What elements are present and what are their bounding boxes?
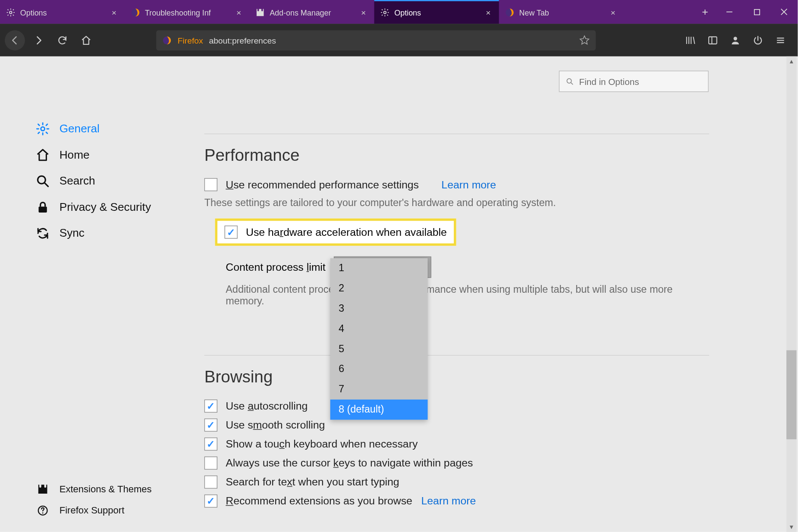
checkbox-icon[interactable] (204, 400, 217, 413)
dropdown-option[interactable]: 4 (330, 319, 428, 339)
url-product: Firefox (178, 35, 203, 45)
select-label: Content process limit (226, 261, 325, 273)
sidebar-item-general[interactable]: General (0, 116, 196, 142)
ff-icon (131, 8, 140, 17)
browsing-checkbox-row[interactable]: Use smooth scrolling (204, 419, 709, 432)
library-button[interactable] (680, 30, 701, 50)
browsing-checkbox-row[interactable]: Always use the cursor keys to navigate w… (204, 457, 709, 469)
svg-point-21 (567, 78, 571, 83)
sidebar-toggle-button[interactable] (703, 30, 723, 50)
tab-options[interactable]: Options× (0, 0, 125, 24)
close-tab-icon[interactable]: × (608, 8, 618, 17)
sidebar-item-search[interactable]: Search (0, 168, 196, 194)
sidebar-item-label: Search (60, 175, 95, 188)
checkbox-icon[interactable] (204, 494, 217, 507)
close-tab-icon[interactable]: × (359, 8, 368, 17)
search-placeholder: Find in Options (579, 76, 639, 86)
dropdown-option[interactable]: 3 (330, 299, 428, 319)
sidebar-item-sync[interactable]: Sync (0, 220, 196, 247)
helptext: These settings are tailored to your comp… (204, 197, 709, 209)
dropdown-option[interactable]: 2 (330, 279, 428, 299)
browsing-checkbox-row[interactable]: Search for text when you start typing (204, 476, 709, 488)
hamburger-menu-button[interactable] (770, 30, 791, 50)
tab-troubleshooting-inf[interactable]: Troubleshooting Inf× (125, 0, 249, 24)
browsing-checkbox-row[interactable]: Show a touch keyboard when necessary (204, 438, 709, 451)
close-tab-icon[interactable]: × (234, 8, 244, 17)
puzzle-icon (255, 8, 265, 17)
sidebar-item-label: Extensions & Themes (60, 484, 152, 494)
checkbox-label: Recommend extensions as you browse Learn… (226, 495, 476, 507)
power-button[interactable] (748, 30, 768, 50)
browsing-checkbox-row[interactable]: Recommend extensions as you browse Learn… (204, 494, 709, 507)
back-button[interactable] (5, 30, 25, 50)
sidebar-item-extensions[interactable]: Extensions & Themes (0, 479, 152, 500)
reload-button[interactable] (52, 30, 72, 50)
dropdown-option[interactable]: 7 (330, 379, 428, 400)
content-process-limit-dropdown[interactable]: 12345678 (default) (330, 258, 428, 420)
scroll-up-icon[interactable]: ▲ (786, 56, 796, 66)
tab-label: Troubleshooting Inf (145, 8, 229, 17)
tab-label: Options (394, 8, 479, 17)
section-performance: Performance Use recommended performance … (204, 134, 709, 307)
account-button[interactable] (725, 30, 745, 50)
checkbox-icon[interactable] (204, 178, 217, 191)
recommended-settings-row[interactable]: Use recommended performance settings Lea… (204, 178, 709, 191)
sidebar-item-label: Home (60, 148, 90, 161)
home-button[interactable] (76, 30, 96, 50)
scroll-down-icon[interactable]: ▼ (786, 522, 796, 532)
search-icon (566, 77, 575, 86)
help-icon (36, 504, 50, 518)
tabstrip: Options×Troubleshooting Inf×Add-ons Mana… (0, 0, 694, 24)
forward-button[interactable] (28, 30, 49, 50)
learn-more-link[interactable]: Learn more (441, 178, 496, 191)
svg-line-17 (44, 183, 48, 186)
hw-accel-row[interactable]: Use hardware acceleration when available (215, 219, 456, 246)
bookmark-star-icon[interactable] (579, 35, 590, 46)
section-browsing: Browsing Use autoscrollingUse smooth scr… (204, 355, 709, 507)
tab-add-ons-manager[interactable]: Add-ons Manager× (249, 0, 374, 24)
close-tab-icon[interactable]: × (484, 8, 493, 17)
checkbox-icon[interactable] (204, 419, 217, 432)
close-window-button[interactable] (770, 0, 798, 24)
checkbox-label: Use hardware acceleration when available (246, 226, 447, 238)
sidebar-item-label: Firefox Support (60, 505, 125, 516)
sidebar-item-home[interactable]: Home (0, 142, 196, 168)
main-pane: Find in Options Performance Use recommen… (196, 56, 798, 532)
titlebar: Options×Troubleshooting Inf×Add-ons Mana… (0, 0, 798, 24)
checkbox-label: Search for text when you start typing (226, 476, 399, 488)
new-tab-button[interactable]: + (694, 0, 716, 24)
dropdown-option[interactable]: 6 (330, 359, 428, 379)
maximize-button[interactable] (743, 0, 770, 24)
tab-new-tab[interactable]: New Tab× (499, 0, 624, 24)
tab-label: New Tab (519, 8, 603, 17)
url-text: about:preferences (209, 35, 573, 45)
checkbox-icon[interactable] (204, 438, 217, 451)
home-icon (36, 148, 50, 162)
gear-icon (380, 8, 390, 17)
checkbox-label: Use autoscrolling (226, 400, 308, 412)
checkbox-icon[interactable] (204, 476, 217, 488)
section-heading: Performance (204, 146, 709, 165)
dropdown-option[interactable]: 8 (default) (330, 400, 428, 420)
tab-options[interactable]: Options× (374, 0, 499, 24)
checkbox-label: Show a touch keyboard when necessary (226, 438, 418, 451)
browsing-checkbox-row[interactable]: Use autoscrolling (204, 400, 709, 413)
close-tab-icon[interactable]: × (109, 8, 119, 17)
sidebar-item-privacy[interactable]: Privacy & Security (0, 194, 196, 220)
dropdown-option[interactable]: 5 (330, 339, 428, 359)
url-bar[interactable]: Firefox about:preferences (156, 30, 596, 50)
svg-point-2 (384, 11, 386, 14)
dropdown-option[interactable]: 1 (330, 258, 428, 279)
minimize-button[interactable] (716, 0, 743, 24)
checkbox-icon[interactable] (225, 225, 238, 238)
gear-icon (36, 122, 50, 136)
scrollbar-track[interactable] (786, 56, 796, 532)
learn-more-link[interactable]: Learn more (421, 495, 476, 507)
sidebar-item-support[interactable]: Firefox Support (0, 500, 152, 521)
checkbox-icon[interactable] (204, 457, 217, 469)
sidebar-item-label: Privacy & Security (60, 200, 151, 213)
svg-rect-5 (754, 9, 759, 14)
find-in-options-input[interactable]: Find in Options (559, 71, 709, 92)
tab-label: Options (20, 8, 105, 17)
scrollbar-thumb[interactable] (786, 350, 796, 439)
